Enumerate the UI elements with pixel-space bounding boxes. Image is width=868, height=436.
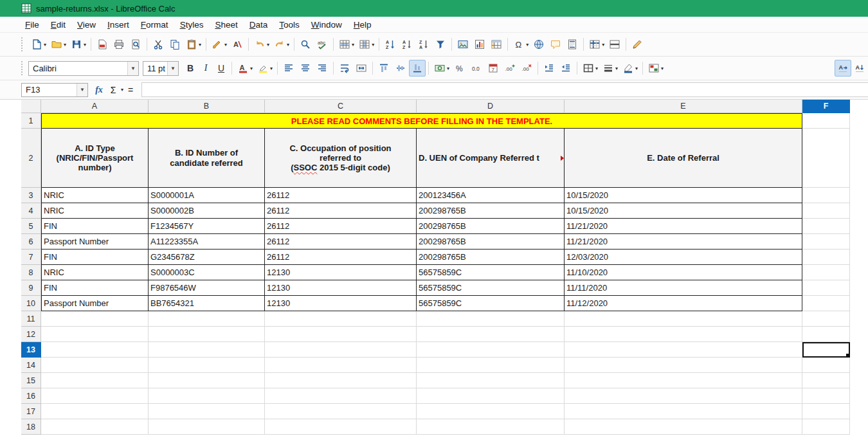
cell-F18[interactable] — [802, 419, 850, 435]
cell-B9[interactable]: F9876546W — [149, 280, 265, 296]
row-header-16[interactable]: 16 — [21, 388, 41, 404]
border-color-button[interactable]: ▾ — [620, 60, 640, 77]
format-as-number-button[interactable]: 0.0 — [468, 60, 485, 77]
cell-E10[interactable]: 11/12/2020 — [565, 296, 802, 311]
redo-button[interactable]: ▾ — [271, 36, 291, 53]
font-color-button[interactable]: A▾ — [235, 60, 255, 77]
dropdown-arrow-icon[interactable]: ▾ — [602, 42, 604, 48]
dropdown-arrow-icon[interactable]: ▾ — [635, 66, 638, 71]
cell-F8[interactable] — [802, 265, 850, 280]
cell-F11[interactable] — [802, 311, 850, 327]
cell-B10[interactable]: BB7654321 — [149, 296, 265, 311]
cell-E6[interactable]: 11/21/2020 — [565, 234, 802, 250]
cell-B13[interactable] — [149, 342, 265, 358]
cell-F1[interactable] — [802, 113, 850, 129]
cell-B5[interactable]: F1234567Y — [149, 219, 265, 234]
dropdown-arrow-icon[interactable]: ▾ — [447, 66, 449, 71]
clone-formatting-button[interactable]: ▾ — [209, 36, 229, 53]
conditional-formatting-button[interactable]: ▾ — [646, 60, 665, 77]
column-header-C[interactable]: C — [265, 100, 417, 113]
row-header-18[interactable]: 18 — [21, 419, 41, 435]
cell-C12[interactable] — [265, 327, 417, 342]
format-as-date-button[interactable]: 7 — [485, 60, 502, 77]
banner-cell[interactable]: PLEASE READ COMMENTS BEFORE FILLING IN T… — [41, 113, 802, 129]
cell-C13[interactable] — [265, 342, 417, 358]
function-wizard-button[interactable]: fx — [92, 83, 106, 97]
selected-cell-F13[interactable] — [802, 342, 850, 358]
cell-A6[interactable]: Passport Number — [41, 234, 149, 250]
cell-F17[interactable] — [802, 404, 850, 419]
cell-A4[interactable]: NRIC — [41, 203, 149, 219]
cell-D17[interactable] — [417, 404, 565, 419]
cell-D8[interactable]: 56575859C — [417, 265, 565, 280]
cell-D14[interactable] — [417, 358, 565, 373]
insert-image-button[interactable] — [455, 36, 471, 53]
align-top-button[interactable] — [375, 60, 392, 77]
chevron-down-icon[interactable]: ▼ — [127, 62, 138, 75]
cell-E4[interactable]: 10/15/2020 — [565, 203, 802, 219]
dropdown-arrow-icon[interactable]: ▾ — [44, 42, 46, 48]
insert-pivot-table-button[interactable] — [488, 36, 505, 53]
insert-column-button[interactable]: ▾ — [356, 36, 376, 53]
cell-B8[interactable]: S0000003C — [149, 265, 265, 280]
menu-tools[interactable]: Tools — [273, 18, 305, 32]
cell-A8[interactable]: NRIC — [41, 265, 149, 280]
export-pdf-button[interactable] — [94, 36, 111, 53]
cell-C11[interactable] — [265, 311, 417, 327]
dropdown-arrow-icon[interactable]: ▾ — [250, 66, 253, 71]
cell-C14[interactable] — [265, 358, 417, 373]
show-draw-functions-button[interactable] — [629, 36, 646, 53]
row-header-3[interactable]: 3 — [21, 188, 41, 203]
cell-C3[interactable]: 26112 — [265, 188, 417, 203]
column-header-D[interactable]: D — [417, 100, 565, 113]
row-header-15[interactable]: 15 — [21, 373, 41, 388]
cell-C7[interactable]: 26112 — [265, 250, 417, 265]
bold-button[interactable]: B — [183, 60, 198, 77]
cell-E14[interactable] — [565, 358, 802, 373]
cell-B12[interactable] — [149, 327, 265, 342]
spelling-button[interactable]: abc — [314, 36, 330, 53]
corner-header[interactable] — [21, 100, 41, 113]
cut-button[interactable] — [150, 36, 167, 53]
cell-C4[interactable]: 26112 — [265, 203, 417, 219]
dropdown-arrow-icon[interactable]: ▾ — [224, 42, 227, 48]
cell-A10[interactable]: Passport Number — [41, 296, 149, 311]
font-size-combo[interactable]: 11 pt ▼ — [143, 61, 179, 76]
dropdown-arrow-icon[interactable]: ▾ — [372, 42, 374, 48]
menu-styles[interactable]: Styles — [174, 18, 210, 32]
row-header-10[interactable]: 10 — [21, 296, 41, 311]
column-header-B[interactable]: B — [149, 100, 265, 113]
row-header-1[interactable]: 1 — [21, 113, 41, 129]
cell-A3[interactable]: NRIC — [41, 188, 149, 203]
insert-row-button[interactable]: ▾ — [336, 36, 356, 53]
copy-button[interactable] — [167, 36, 183, 53]
cell-C15[interactable] — [265, 373, 417, 388]
cell-F5[interactable] — [802, 219, 850, 234]
dropdown-arrow-icon[interactable]: ▾ — [287, 42, 289, 48]
cell-D18[interactable] — [417, 419, 565, 435]
row-header-12[interactable]: 12 — [21, 327, 41, 342]
border-style-button[interactable]: ▾ — [600, 60, 620, 77]
autofilter-button[interactable] — [432, 36, 449, 53]
dropdown-arrow-icon[interactable]: ▾ — [615, 66, 618, 71]
cell-E16[interactable] — [565, 388, 802, 404]
delete-decimal-place-button[interactable]: .00 — [518, 60, 535, 77]
clear-formatting-button[interactable]: A — [229, 36, 246, 53]
cell-C17[interactable] — [265, 404, 417, 419]
cell-D6[interactable]: 200298765B — [417, 234, 565, 250]
row-header-5[interactable]: 5 — [21, 219, 41, 234]
name-box[interactable]: F13 ▼ — [21, 83, 88, 97]
cell-B15[interactable] — [149, 373, 265, 388]
menu-format[interactable]: Format — [135, 18, 174, 32]
dropdown-arrow-icon[interactable]: ▾ — [595, 66, 598, 71]
row-header-13[interactable]: 13 — [21, 342, 41, 358]
insert-comment-button[interactable] — [547, 36, 564, 53]
cell-B17[interactable] — [149, 404, 265, 419]
dropdown-arrow-icon[interactable]: ▾ — [270, 66, 273, 71]
header-cell-c[interactable]: C. Occupation of positionreferred to(SSO… — [265, 129, 417, 188]
cell-A18[interactable] — [41, 419, 149, 435]
row-header-14[interactable]: 14 — [21, 358, 41, 373]
dropdown-arrow-icon[interactable]: ▾ — [199, 42, 201, 48]
toolbar-grip[interactable] — [21, 61, 24, 75]
dropdown-arrow-icon[interactable]: ▾ — [84, 42, 86, 48]
